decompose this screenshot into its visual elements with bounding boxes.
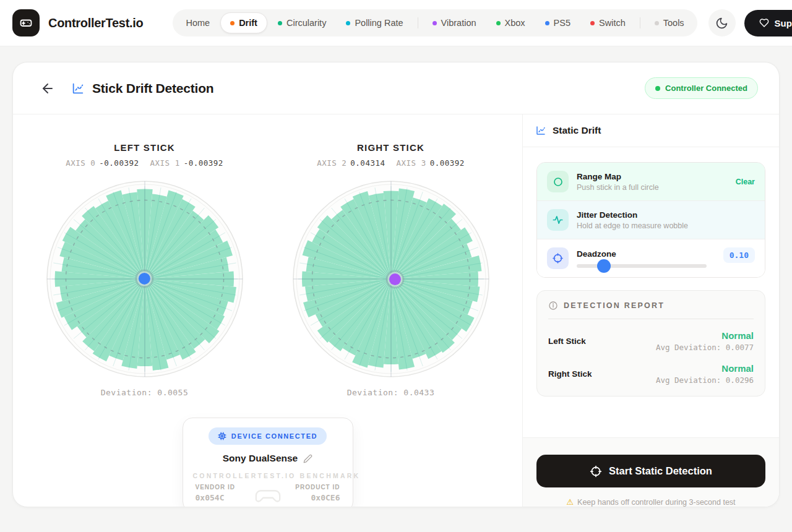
- nav-dot: [278, 21, 282, 25]
- card-header: Stick Drift Detection Controller Connect…: [13, 62, 779, 114]
- right-stick-title: RIGHT STICK: [357, 142, 424, 153]
- back-button[interactable]: [40, 81, 55, 96]
- top-navigation-bar: ControllerTest.io HomeDriftCircularityPo…: [0, 0, 792, 46]
- report-right-status: Normal: [656, 363, 754, 374]
- support-button[interactable]: Support: [744, 10, 792, 36]
- nav-item-drift[interactable]: Drift: [220, 12, 267, 33]
- nav-dot: [496, 21, 501, 25]
- edit-pencil-icon[interactable]: [303, 454, 312, 463]
- product-id-label: PRODUCT ID: [295, 484, 340, 491]
- start-static-detection-button[interactable]: Start Static Detection: [536, 455, 765, 487]
- axis0-label: AXIS 0: [66, 158, 95, 168]
- info-icon: [548, 301, 558, 311]
- nav-divider: [418, 17, 418, 28]
- warning-icon: ⚠: [566, 497, 574, 507]
- deadzone-value: 0.10: [723, 247, 755, 263]
- device-connected-badge: DEVICE CONNECTED: [209, 427, 327, 445]
- report-row-left-stick: Left Stick Normal Avg Deviation: 0.0077: [548, 330, 754, 352]
- nav-item-switch[interactable]: Switch: [581, 12, 635, 33]
- moon-icon: [715, 17, 728, 30]
- arrow-left-icon: [40, 81, 55, 96]
- brand[interactable]: ControllerTest.io: [12, 9, 143, 36]
- device-name: Sony DualSense: [223, 453, 298, 464]
- report-header: DETECTION REPORT: [548, 301, 754, 319]
- right-stick-range-chart: [286, 174, 496, 384]
- chip-icon: [218, 432, 226, 440]
- main-card: Stick Drift Detection Controller Connect…: [12, 62, 780, 507]
- axis2-label: AXIS 2: [317, 158, 346, 168]
- dark-mode-toggle[interactable]: [708, 9, 736, 36]
- gamepad-watermark-icon: [254, 480, 282, 507]
- nav-dot: [433, 21, 437, 25]
- page-title-row: Stick Drift Detection: [71, 81, 214, 96]
- footer-warning: ⚠ Keep hands off controller during 3-sec…: [536, 497, 765, 507]
- report-left-detail: Avg Deviation: 0.0077: [656, 343, 754, 352]
- activity-waveform-icon: [552, 214, 564, 226]
- nav-dot: [230, 21, 235, 25]
- deadzone-icon-box: [547, 247, 569, 269]
- axis3-value: 0.00392: [430, 158, 465, 168]
- range-map-subtitle: Push stick in a full circle: [577, 183, 728, 192]
- controller-connected-badge: Controller Connected: [645, 77, 758, 99]
- circle-icon: [553, 176, 564, 187]
- axis3-label: AXIS 3: [397, 158, 426, 168]
- support-label: Support: [775, 18, 792, 28]
- footer-warning-text: Keep hands off controller during 3-secon…: [577, 498, 736, 507]
- deadzone-slider-thumb[interactable]: [597, 259, 611, 273]
- axis2-value: 0.04314: [350, 158, 385, 168]
- left-stick-title: LEFT STICK: [114, 142, 175, 153]
- report-row-right-stick: Right Stick Normal Avg Deviation: 0.0296: [548, 363, 754, 385]
- range-map-icon-box: [547, 171, 569, 192]
- static-drift-sidebar: Static Drift Range Map Push stick in a f…: [522, 114, 779, 507]
- nav-item-home[interactable]: Home: [176, 12, 219, 33]
- report-left-status: Normal: [656, 330, 754, 341]
- sidebar-header: Static Drift: [523, 114, 779, 147]
- status-badge-label: Controller Connected: [665, 84, 747, 93]
- axis0-value: -0.00392: [99, 158, 139, 168]
- report-right-detail: Avg Deviation: 0.0296: [656, 375, 754, 385]
- nav-item-vibration[interactable]: Vibration: [423, 12, 486, 33]
- nav-item-xbox[interactable]: Xbox: [487, 12, 535, 33]
- nav-dot: [590, 21, 595, 25]
- report-right-label: Right Stick: [548, 369, 592, 379]
- right-stick-axis-readout: AXIS 20.04314 AXIS 30.00392: [317, 158, 465, 168]
- vendor-id-label: VENDOR ID: [196, 484, 236, 491]
- device-badge-label: DEVICE CONNECTED: [231, 432, 317, 440]
- controls-card: Range Map Push stick in a full circle Cl…: [536, 162, 765, 278]
- left-stick-chart-block: LEFT STICK AXIS 0-0.00392 AXIS 1-0.00392…: [39, 142, 251, 397]
- nav-item-polling-rate[interactable]: Polling Rate: [337, 12, 412, 33]
- clear-button[interactable]: Clear: [736, 178, 755, 186]
- benchmark-watermark: CONTROLLERTEST.IO BENCHMARK: [193, 472, 343, 479]
- sidebar-title: Static Drift: [553, 125, 601, 136]
- right-stick-deviation: Deviation: 0.0433: [347, 388, 435, 397]
- chart-icon: [71, 82, 85, 95]
- nav-dot: [545, 21, 549, 25]
- nav-item-ps5[interactable]: PS5: [536, 12, 580, 33]
- nav-item-circularity[interactable]: Circularity: [269, 12, 335, 33]
- report-heading: DETECTION REPORT: [564, 301, 665, 310]
- range-map-title: Range Map: [577, 172, 728, 181]
- jitter-detection-row: Jitter Detection Hold at edge to measure…: [537, 200, 765, 239]
- gamepad-icon: [19, 15, 33, 30]
- jitter-title: Jitter Detection: [577, 210, 755, 220]
- left-stick-range-chart: [40, 174, 250, 384]
- brand-name: ControllerTest.io: [48, 16, 143, 30]
- nav-divider: [640, 17, 640, 28]
- nav-dot: [655, 21, 659, 25]
- page-title: Stick Drift Detection: [92, 81, 214, 96]
- deadzone-row: Deadzone 0.10: [537, 239, 765, 277]
- chart-icon-small: [535, 125, 546, 136]
- axis1-value: -0.00392: [184, 158, 223, 168]
- crosshair-icon: [552, 252, 564, 264]
- nav-pill: HomeDriftCircularityPolling RateVibratio…: [173, 9, 697, 36]
- jitter-subtitle: Hold at edge to measure wobble: [577, 221, 755, 230]
- right-stick-chart-block: RIGHT STICK AXIS 20.04314 AXIS 30.00392 …: [285, 142, 497, 397]
- range-map-row: Range Map Push stick in a full circle Cl…: [537, 163, 765, 200]
- deadzone-slider[interactable]: [577, 264, 707, 268]
- heart-icon: [759, 18, 769, 28]
- deadzone-title: Deadzone: [577, 249, 707, 259]
- nav-item-tools[interactable]: Tools: [645, 12, 694, 33]
- crosshair-icon-button: [590, 465, 602, 478]
- report-left-label: Left Stick: [548, 337, 586, 346]
- detection-report-card: DETECTION REPORT Left Stick Normal Avg D…: [536, 290, 765, 397]
